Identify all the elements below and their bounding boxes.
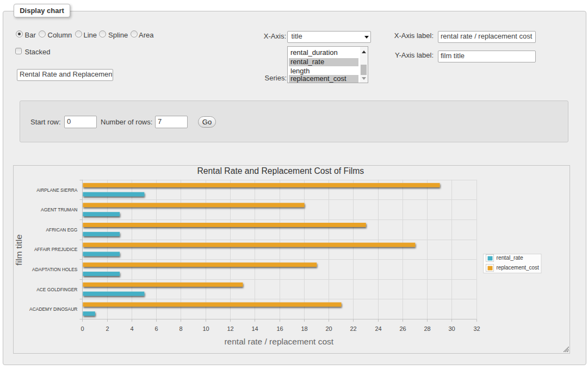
svg-text:18: 18: [301, 325, 307, 332]
svg-text:AFRICAN EGG: AFRICAN EGG: [46, 227, 78, 233]
svg-text:12: 12: [227, 325, 233, 332]
svg-text:AIRPLANE SIERRA: AIRPLANE SIERRA: [36, 187, 77, 193]
svg-text:Rental Rate and Replacement Co: Rental Rate and Replacement Cost of Film…: [197, 166, 364, 175]
svg-text:2: 2: [106, 325, 109, 332]
svg-text:AGENT TRUMAN: AGENT TRUMAN: [41, 207, 77, 212]
svg-text:0: 0: [81, 325, 84, 332]
svg-text:32: 32: [473, 325, 480, 332]
svg-text:10: 10: [202, 325, 209, 332]
svg-text:ACADEMY DINOSAUR: ACADEMY DINOSAUR: [29, 306, 78, 312]
svg-text:20: 20: [325, 325, 332, 332]
svg-text:replacement_cost: replacement_cost: [497, 264, 539, 271]
svg-text:rental rate / replacement cost: rental rate / replacement cost: [224, 337, 333, 346]
svg-text:AFFAIR PREJUDICE: AFFAIR PREJUDICE: [34, 247, 77, 252]
svg-text:28: 28: [424, 325, 430, 332]
svg-text:24: 24: [375, 325, 381, 332]
svg-text:16: 16: [276, 325, 283, 332]
svg-text:22: 22: [350, 325, 356, 332]
svg-text:8: 8: [179, 325, 182, 332]
svg-text:14: 14: [251, 325, 258, 332]
svg-text:film title: film title: [14, 234, 23, 266]
svg-text:ADAPTATION HOLES: ADAPTATION HOLES: [32, 267, 77, 272]
svg-text:30: 30: [448, 325, 455, 332]
svg-text:26: 26: [399, 325, 406, 332]
svg-text:ACE GOLDFINGER: ACE GOLDFINGER: [36, 287, 78, 292]
svg-text:6: 6: [154, 325, 158, 332]
svg-text:4: 4: [130, 325, 133, 332]
svg-text:rental_rate: rental_rate: [497, 254, 523, 261]
